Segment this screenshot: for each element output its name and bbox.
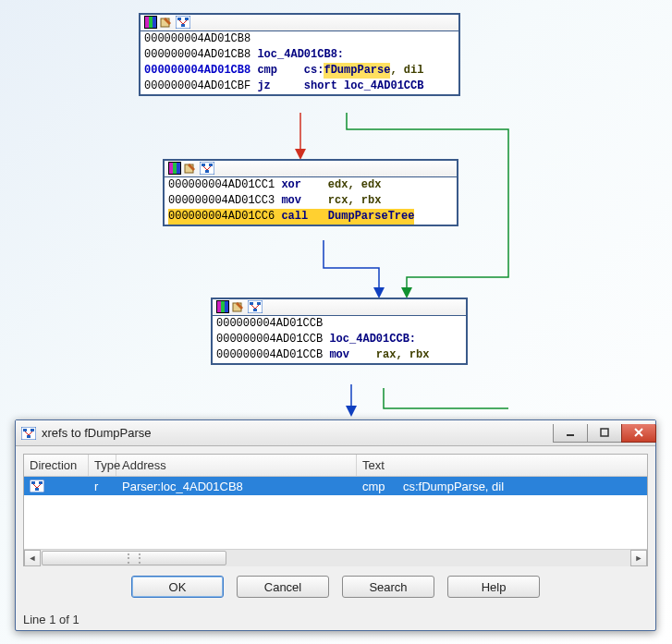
dialog-title: xrefs to fDumpParse: [42, 426, 553, 440]
ok-button[interactable]: OK: [131, 576, 224, 598]
table-row[interactable]: r Parser:loc_4AD01CB8 cmpcs:fDumpParse, …: [24, 477, 647, 495]
node-header: [165, 161, 457, 177]
cancel-button[interactable]: Cancel: [237, 576, 329, 598]
svg-rect-38: [39, 481, 43, 484]
svg-rect-39: [35, 488, 39, 491]
edit-icon: [184, 162, 197, 175]
scroll-left-button[interactable]: ◄: [24, 550, 41, 566]
svg-rect-4: [153, 17, 156, 28]
horizontal-scrollbar[interactable]: ◄ ⋮⋮ ►: [24, 549, 647, 565]
scroll-right-button[interactable]: ►: [630, 550, 647, 566]
svg-rect-32: [31, 429, 34, 431]
svg-rect-18: [209, 164, 213, 166]
node-code: 000000004AD01CCB 000000004AD01CCB loc_4A…: [213, 316, 466, 363]
svg-rect-35: [601, 429, 608, 436]
svg-rect-33: [27, 435, 31, 438]
svg-rect-27: [250, 302, 253, 305]
xrefs-dialog[interactable]: xrefs to fDumpParse Direction Type Addre…: [15, 419, 656, 631]
svg-rect-29: [253, 309, 257, 311]
svg-rect-12: [169, 163, 173, 174]
basic-block-1[interactable]: 000000004AD01CC1 xor edx, edx000000004AD…: [163, 159, 458, 226]
svg-rect-14: [177, 163, 180, 174]
row-address: Parser:loc_4AD01CB8: [116, 480, 357, 493]
svg-rect-19: [205, 170, 209, 173]
node-header: [141, 15, 458, 31]
col-type[interactable]: Type: [89, 455, 116, 476]
svg-rect-24: [225, 301, 228, 312]
search-button[interactable]: Search: [342, 576, 434, 598]
svg-rect-9: [181, 24, 185, 27]
row-direction-icon: [24, 480, 89, 492]
graph-icon: [200, 162, 214, 175]
col-address[interactable]: Address: [116, 455, 357, 476]
col-text[interactable]: Text: [357, 455, 647, 476]
svg-rect-31: [23, 429, 27, 431]
edit-icon: [160, 16, 173, 29]
basic-block-0[interactable]: 000000004AD01CB8 000000004AD01CB8 loc_4A…: [139, 13, 460, 96]
edit-icon: [232, 300, 245, 313]
svg-rect-3: [149, 17, 153, 28]
status-bar: Line 1 of 1: [16, 611, 655, 630]
svg-rect-22: [217, 301, 221, 312]
svg-rect-2: [145, 17, 149, 28]
svg-rect-13: [173, 163, 177, 174]
node-code: 000000004AD01CB8 000000004AD01CB8 loc_4A…: [141, 31, 458, 94]
svg-rect-37: [31, 481, 35, 484]
xrefs-table[interactable]: Direction Type Address Text r Parser:loc…: [23, 454, 648, 566]
color-icon: [144, 16, 157, 29]
col-direction[interactable]: Direction: [24, 455, 89, 476]
node-header: [213, 299, 466, 316]
titlebar[interactable]: xrefs to fDumpParse: [16, 420, 655, 446]
color-icon: [168, 162, 181, 175]
color-icon: [216, 300, 229, 313]
help-button[interactable]: Help: [447, 576, 540, 598]
svg-rect-17: [202, 164, 205, 166]
svg-rect-7: [177, 18, 181, 20]
row-type: r: [89, 480, 116, 493]
minimize-button[interactable]: [553, 424, 588, 443]
close-button[interactable]: [621, 424, 656, 443]
table-header[interactable]: Direction Type Address Text: [24, 455, 647, 477]
row-text: cmpcs:fDumpParse, dil: [357, 480, 647, 493]
maximize-button[interactable]: [587, 424, 622, 443]
graph-icon: [248, 300, 263, 313]
graph-icon: [21, 427, 36, 440]
scroll-thumb[interactable]: ⋮⋮: [42, 551, 226, 565]
basic-block-2[interactable]: 000000004AD01CCB 000000004AD01CCB loc_4A…: [211, 298, 468, 365]
node-code: 000000004AD01CC1 xor edx, edx000000004AD…: [165, 177, 457, 225]
svg-rect-8: [185, 18, 189, 20]
graph-icon: [176, 16, 190, 29]
svg-rect-28: [257, 302, 261, 305]
svg-rect-34: [567, 434, 574, 436]
svg-rect-23: [221, 301, 225, 312]
